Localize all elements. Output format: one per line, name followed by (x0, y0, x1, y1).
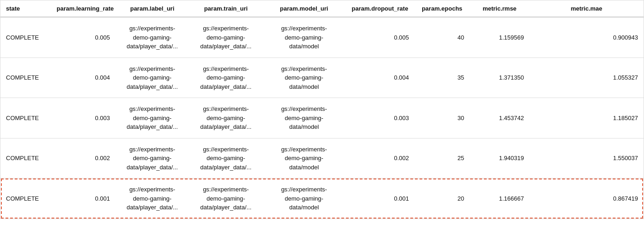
col-header-state: state (0, 0, 51, 17)
col-header-train-uri: param.train_uri (189, 0, 263, 17)
col-header-rmse: metric.rmse (470, 0, 529, 17)
col-header-dropout-rate: param.dropout_rate (345, 0, 414, 17)
col-header-epochs: param.epochs (414, 0, 470, 17)
table-header-row: state param.learning_rate param.label_ur… (0, 0, 644, 17)
table-row: COMPLETE0.005gs://experiments- demo-gami… (0, 17, 644, 58)
col-header-mae: metric.mae (529, 0, 644, 17)
col-header-learning-rate: param.learning_rate (51, 0, 115, 17)
experiment-table: state param.learning_rate param.label_ur… (0, 0, 644, 219)
col-header-label-uri: param.label_uri (115, 0, 189, 17)
table-row: COMPLETE0.004gs://experiments- demo-gami… (0, 58, 644, 98)
table-row: COMPLETE0.003gs://experiments- demo-gami… (0, 98, 644, 138)
highlighted-table-row: COMPLETE0.001gs://experiments- demo-gami… (0, 179, 644, 219)
table-row: COMPLETE0.002gs://experiments- demo-gami… (0, 138, 644, 179)
col-header-model-uri: param.model_uri (263, 0, 345, 17)
